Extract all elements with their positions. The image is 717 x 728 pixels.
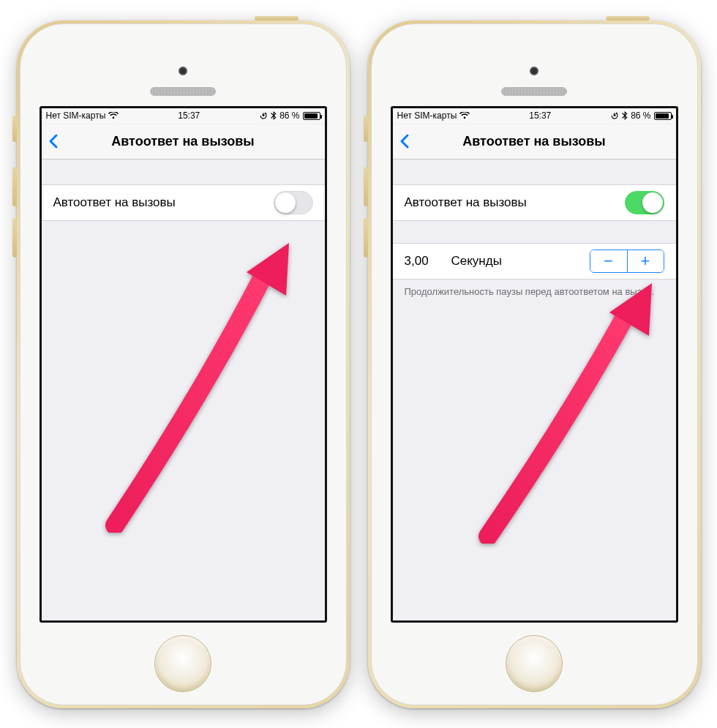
back-button[interactable] [397, 133, 413, 149]
phone-mock-left: Нет SIM-карты 15:37 86 % Автоответ на вы… [17, 20, 350, 708]
delay-stepper: − + [590, 249, 664, 273]
volume-down [364, 218, 368, 258]
clock: 15:37 [529, 110, 551, 121]
front-camera [179, 67, 187, 75]
front-camera [530, 67, 538, 75]
svg-rect-2 [614, 114, 616, 116]
clock: 15:37 [178, 110, 200, 121]
back-button[interactable] [46, 133, 62, 149]
battery-icon [654, 112, 672, 120]
mute-switch [364, 116, 368, 142]
wifi-icon [108, 112, 119, 119]
volume-up [364, 167, 368, 206]
annotation-arrow [473, 273, 664, 544]
mute-switch [12, 116, 17, 142]
phone-top [372, 24, 697, 106]
phone-top [20, 24, 346, 106]
nav-header: Автоответ на вызовы [42, 124, 325, 160]
screen: Нет SIM-карты 15:37 86 % Автоответ на вы… [40, 106, 327, 623]
delay-unit: Секунды [451, 254, 579, 269]
autoanswer-label: Автоответ на вызовы [405, 195, 625, 210]
carrier-label: Нет SIM-карты [397, 110, 457, 121]
home-button[interactable] [506, 635, 563, 692]
screen: Нет SIM-карты 15:37 86 % Автоответ на вы… [391, 106, 678, 623]
delay-row: 3,00 Секунды − + [393, 243, 676, 279]
nav-header: Автоответ на вызовы [393, 124, 676, 160]
phone-mock-right: Нет SIM-карты 15:37 86 % Автоответ на вы… [368, 20, 701, 708]
rotation-lock-icon [610, 111, 619, 120]
autoanswer-toggle[interactable] [625, 191, 664, 214]
annotation-arrow [100, 233, 298, 533]
carrier-label: Нет SIM-карты [46, 110, 106, 121]
autoanswer-row: Автоответ на вызовы [393, 184, 676, 221]
power-button [255, 16, 299, 20]
earpiece [150, 87, 216, 96]
home-button[interactable] [154, 635, 211, 692]
stepper-minus-button[interactable]: − [590, 250, 627, 272]
power-button [606, 16, 650, 20]
autoanswer-toggle[interactable] [274, 191, 313, 214]
earpiece [501, 87, 567, 96]
rotation-lock-icon [259, 111, 268, 120]
autoanswer-label: Автоответ на вызовы [53, 195, 274, 210]
page-title: Автоответ на вызовы [393, 134, 676, 149]
bluetooth-icon [271, 111, 277, 120]
svg-marker-1 [247, 243, 289, 296]
bluetooth-icon [622, 111, 628, 120]
status-bar: Нет SIM-карты 15:37 86 % [393, 108, 676, 124]
volume-down [12, 218, 17, 258]
stepper-plus-button[interactable]: + [627, 250, 664, 272]
delay-value: 3,00 [405, 254, 441, 269]
svg-rect-0 [263, 114, 265, 116]
battery-icon [303, 112, 320, 120]
battery-pct: 86 % [631, 110, 650, 121]
autoanswer-row: Автоответ на вызовы [42, 184, 325, 221]
wifi-icon [459, 112, 470, 119]
delay-footnote: Продолжительность паузы перед автоответо… [393, 279, 676, 299]
volume-up [12, 167, 17, 206]
status-bar: Нет SIM-карты 15:37 86 % [42, 108, 325, 124]
battery-pct: 86 % [279, 110, 299, 121]
page-title: Автоответ на вызовы [42, 134, 325, 149]
